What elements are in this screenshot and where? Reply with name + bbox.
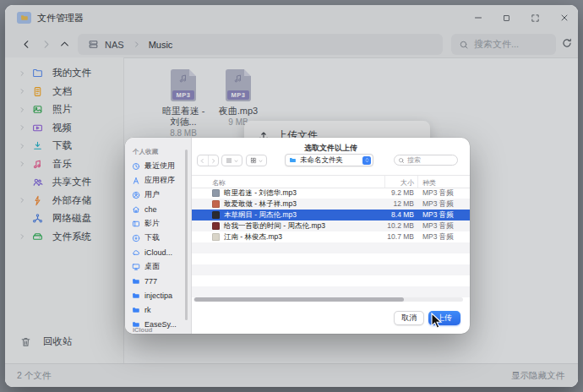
dialog-sidebar-item-label: rk bbox=[144, 306, 151, 314]
icon-view-dropdown[interactable] bbox=[246, 155, 267, 166]
chevron-down-icon bbox=[259, 159, 263, 163]
column-headers: 名称 大小 种类 bbox=[192, 175, 470, 188]
row-size: 10.2 MB bbox=[346, 220, 414, 231]
dialog-sidebar-section-header: 个人收藏 bbox=[133, 148, 191, 156]
album-art-thumbnail bbox=[212, 233, 220, 241]
row-name: 给我一首歌的时间 - 周杰伦.mp3 bbox=[224, 220, 325, 231]
mouse-cursor bbox=[431, 313, 443, 329]
dialog-sidebar-item-label: 777 bbox=[144, 277, 157, 286]
column-kind[interactable]: 种类 bbox=[422, 178, 436, 188]
select-stepper-icon bbox=[362, 156, 371, 165]
dialog-sidebar-item[interactable]: 桌面 bbox=[125, 259, 191, 274]
file-picker-dialog: 个人收藏最近使用应用程序用户che影片下载iCloud...桌面777injec… bbox=[125, 138, 470, 334]
dialog-sidebar-item-label: injectipa bbox=[144, 291, 172, 300]
dialog-sidebar: 个人收藏最近使用应用程序用户che影片下载iCloud...桌面777injec… bbox=[125, 138, 192, 334]
album-art-thumbnail bbox=[212, 189, 220, 197]
horizontal-scrollbar[interactable] bbox=[193, 297, 463, 302]
row-size: 8.4 MB bbox=[346, 210, 414, 220]
row-kind: MP3 音频 bbox=[422, 188, 454, 199]
album-art-thumbnail bbox=[212, 222, 220, 230]
row-kind: MP3 音频 bbox=[422, 199, 454, 210]
row-size: 9.2 MB bbox=[346, 188, 414, 199]
file-list: 暗里着迷 - 刘德华.mp39.2 MBMP3 音频敢爱敢做 - 林子祥.mp3… bbox=[192, 188, 470, 297]
cloud-icon bbox=[132, 248, 140, 257]
folder-select[interactable]: 未命名文件夹 bbox=[285, 154, 373, 166]
row-name: 敢爱敢做 - 林子祥.mp3 bbox=[224, 199, 297, 210]
dialog-sidebar-item[interactable]: che bbox=[125, 202, 191, 216]
list-view-dropdown[interactable] bbox=[221, 155, 242, 166]
file-row[interactable]: 江南 - 林俊杰.mp310.7 MBMP3 音频 bbox=[192, 231, 470, 242]
clock-icon bbox=[132, 162, 140, 171]
dialog-sidebar-item[interactable]: 影片 bbox=[125, 216, 191, 231]
download-circle-icon bbox=[132, 234, 140, 242]
dialog-sidebar-item-label: 最近使用 bbox=[144, 161, 175, 172]
home-icon bbox=[132, 205, 140, 214]
dialog-sidebar-item[interactable]: rk bbox=[125, 302, 191, 317]
dialog-sidebar-item-label: 下载 bbox=[144, 232, 160, 243]
dialog-sidebar-item-label: 桌面 bbox=[144, 261, 160, 272]
album-art-thumbnail bbox=[212, 200, 220, 208]
file-row[interactable]: 本草纲目 - 周杰伦.mp38.4 MBMP3 音频 bbox=[192, 210, 470, 220]
row-name: 江南 - 林俊杰.mp3 bbox=[224, 231, 282, 242]
dialog-sidebar-item[interactable]: iCloud... bbox=[125, 245, 191, 259]
folder-fill-icon bbox=[132, 277, 140, 286]
row-size: 10.7 MB bbox=[346, 231, 414, 242]
empty-row-stripe bbox=[192, 286, 470, 297]
dialog-sidebar-item-label: 应用程序 bbox=[144, 175, 175, 186]
search-icon bbox=[398, 157, 405, 164]
desktop-icon bbox=[132, 263, 140, 271]
dialog-nav-segment bbox=[197, 155, 219, 166]
chevron-down-icon bbox=[234, 159, 238, 163]
dialog-sidebar-icloud-header: iCloud bbox=[133, 326, 152, 334]
empty-row-stripe bbox=[192, 242, 470, 253]
file-row[interactable]: 给我一首歌的时间 - 周杰伦.mp310.2 MBMP3 音频 bbox=[192, 220, 470, 231]
dialog-sidebar-item-label: 用户 bbox=[144, 189, 160, 200]
album-art-thumbnail bbox=[212, 211, 220, 219]
dialog-back-button[interactable] bbox=[198, 155, 208, 166]
list-view-icon bbox=[226, 157, 232, 164]
dialog-forward-button[interactable] bbox=[208, 155, 219, 166]
dialog-sidebar-item[interactable]: 用户 bbox=[125, 188, 191, 202]
row-name: 暗里着迷 - 刘德华.mp3 bbox=[224, 188, 297, 199]
row-kind: MP3 音频 bbox=[422, 220, 454, 231]
folder-select-value: 未命名文件夹 bbox=[300, 155, 362, 166]
dialog-sidebar-scrollbar[interactable] bbox=[185, 150, 188, 320]
dialog-sidebar-item[interactable]: injectipa bbox=[125, 288, 191, 302]
scrollbar-thumb[interactable] bbox=[194, 297, 404, 302]
dialog-sidebar-item-label: che bbox=[144, 205, 157, 214]
dialog-sidebar-item-label: 影片 bbox=[144, 218, 160, 229]
dialog-search-input[interactable]: 搜索 bbox=[394, 155, 458, 166]
file-row[interactable]: 暗里着迷 - 刘德华.mp39.2 MBMP3 音频 bbox=[192, 188, 470, 199]
row-kind: MP3 音频 bbox=[422, 210, 454, 220]
folder-fill-icon bbox=[132, 291, 140, 300]
app-icon bbox=[132, 177, 140, 185]
dialog-search-placeholder: 搜索 bbox=[407, 155, 421, 165]
row-kind: MP3 音频 bbox=[422, 231, 454, 242]
folder-icon bbox=[289, 156, 297, 164]
dialog-sidebar-item[interactable]: 下载 bbox=[125, 231, 191, 245]
cancel-button[interactable]: 取消 bbox=[394, 311, 424, 325]
empty-row-stripe bbox=[192, 264, 470, 275]
dialog-sidebar-item[interactable]: 应用程序 bbox=[125, 173, 191, 188]
dialog-sidebar-item-label: iCloud... bbox=[144, 248, 172, 257]
empty-row-stripe bbox=[192, 253, 470, 264]
dialog-sidebar-item[interactable]: 最近使用 bbox=[125, 159, 191, 173]
user-icon bbox=[132, 191, 140, 199]
folder-fill-icon bbox=[132, 306, 140, 314]
file-row[interactable]: 敢爱敢做 - 林子祥.mp312 MBMP3 音频 bbox=[192, 199, 470, 210]
column-name[interactable]: 名称 bbox=[212, 178, 226, 188]
row-name: 本草纲目 - 周杰伦.mp3 bbox=[224, 210, 297, 220]
row-size: 12 MB bbox=[346, 199, 414, 210]
empty-row-stripe bbox=[192, 275, 470, 286]
dialog-sidebar-item[interactable]: 777 bbox=[125, 274, 191, 288]
dialog-title: 选取文件以上传 bbox=[192, 143, 470, 154]
column-size[interactable]: 大小 bbox=[344, 178, 414, 188]
film-icon bbox=[132, 220, 140, 228]
grid-view-icon bbox=[250, 157, 257, 164]
